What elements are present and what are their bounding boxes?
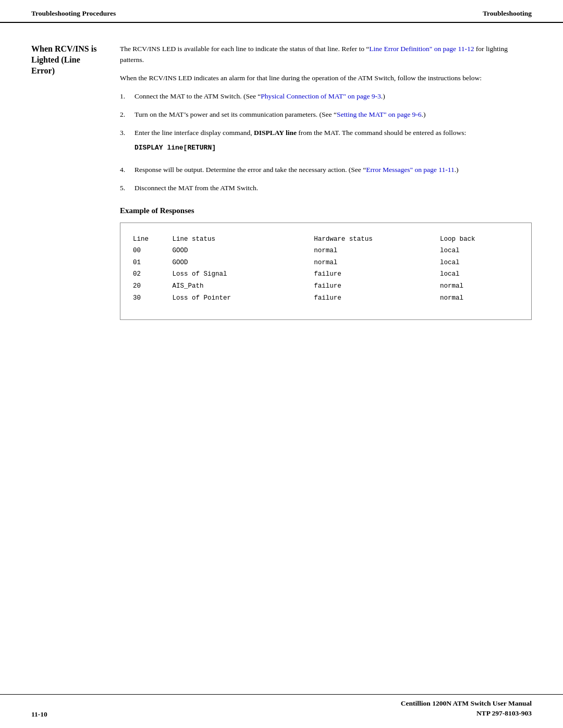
- step-3: 3. Enter the line interface display comm…: [120, 128, 532, 157]
- main-content: The RCV/INS LED is available for each li…: [120, 44, 532, 320]
- intro-para2: When the RCV/INS LED indicates an alarm …: [120, 73, 532, 84]
- section-sidebar: When RCV/INS is Lighted (Line Error): [31, 44, 120, 320]
- step-2-link[interactable]: Setting the MAT" on page 9-6: [337, 110, 422, 118]
- step-1-content: Connect the MAT to the ATM Switch. (See …: [134, 91, 532, 102]
- table-cell-loop_back: normal: [440, 292, 519, 304]
- col-header-loop-back: Loop back: [440, 233, 519, 245]
- table-cell-line_status: GOOD: [173, 257, 314, 269]
- table-row: 30Loss of Pointerfailurenormal: [133, 292, 519, 304]
- step-2-number: 2.: [120, 109, 134, 120]
- step-4-link[interactable]: Error Messages" on page 11-11: [366, 166, 454, 174]
- step-4-content: Response will be output. Determine the e…: [134, 165, 532, 176]
- step-3-content: Enter the line interface display command…: [134, 128, 532, 157]
- display-line-command: DISPLAY line[RETURN]: [134, 143, 532, 153]
- step-5: 5. Disconnect the MAT from the ATM Switc…: [120, 183, 532, 194]
- table-cell-hardware_status: failure: [314, 280, 440, 292]
- footer-title: Centillion 1200N ATM Switch User Manual …: [401, 699, 532, 719]
- table-cell-loop_back: local: [440, 257, 519, 269]
- table-cell-loop_back: normal: [440, 280, 519, 292]
- intro-para1: The RCV/INS LED is available for each li…: [120, 44, 532, 66]
- step-2-content: Turn on the MAT’s power and set its comm…: [134, 109, 532, 120]
- step-1-link[interactable]: Physical Connection of MAT" on page 9-3: [261, 92, 381, 100]
- step-2: 2. Turn on the MAT’s power and set its c…: [120, 109, 532, 120]
- page-footer: 11-10 Centillion 1200N ATM Switch User M…: [0, 694, 563, 728]
- footer-page-number: 11-10: [31, 710, 47, 719]
- table-row: 20AIS_Pathfailurenormal: [133, 280, 519, 292]
- table-cell-line: 30: [133, 292, 173, 304]
- table-cell-line: 02: [133, 268, 173, 280]
- header-left-text: Troubleshooting Procedures: [31, 9, 116, 18]
- col-header-hardware-status: Hardware status: [314, 233, 440, 245]
- section-title: When RCV/INS is Lighted (Line Error): [31, 44, 109, 76]
- table-cell-line_status: Loss of Pointer: [173, 292, 314, 304]
- example-heading: Example of Responses: [120, 206, 532, 215]
- header-right-text: Troubleshooting: [483, 9, 532, 18]
- table-cell-line: 00: [133, 245, 173, 257]
- step-1-number: 1.: [120, 91, 134, 102]
- table-cell-line_status: GOOD: [173, 245, 314, 257]
- table-cell-loop_back: local: [440, 268, 519, 280]
- table-cell-line_status: AIS_Path: [173, 280, 314, 292]
- steps-list: 1. Connect the MAT to the ATM Switch. (S…: [120, 91, 532, 194]
- response-box: Line Line status Hardware status Loop ba…: [120, 223, 532, 320]
- table-cell-hardware_status: normal: [314, 257, 440, 269]
- response-table: Line Line status Hardware status Loop ba…: [133, 233, 519, 304]
- table-cell-line_status: Loss of Signal: [173, 268, 314, 280]
- col-header-line: Line: [133, 233, 173, 245]
- table-row: 01GOODnormallocal: [133, 257, 519, 269]
- table-row: 00GOODnormallocal: [133, 245, 519, 257]
- page-content: When RCV/INS is Lighted (Line Error) The…: [0, 23, 563, 341]
- line-error-link[interactable]: Line Error Definition" on page 11-12: [369, 45, 474, 53]
- table-cell-hardware_status: failure: [314, 268, 440, 280]
- table-cell-line: 20: [133, 280, 173, 292]
- table-cell-hardware_status: failure: [314, 292, 440, 304]
- step-5-content: Disconnect the MAT from the ATM Switch.: [134, 183, 532, 194]
- table-cell-line: 01: [133, 257, 173, 269]
- step-5-number: 5.: [120, 183, 134, 194]
- table-row: 02Loss of Signalfailurelocal: [133, 268, 519, 280]
- step-3-number: 3.: [120, 128, 134, 157]
- table-cell-loop_back: local: [440, 245, 519, 257]
- step-4: 4. Response will be output. Determine th…: [120, 165, 532, 176]
- col-header-line-status: Line status: [173, 233, 314, 245]
- step-4-number: 4.: [120, 165, 134, 176]
- step-1: 1. Connect the MAT to the ATM Switch. (S…: [120, 91, 532, 102]
- page-header: Troubleshooting Procedures Troubleshooti…: [0, 0, 563, 23]
- table-cell-hardware_status: normal: [314, 245, 440, 257]
- step-3-bold: DISPLAY line: [254, 129, 297, 137]
- table-header-row: Line Line status Hardware status Loop ba…: [133, 233, 519, 245]
